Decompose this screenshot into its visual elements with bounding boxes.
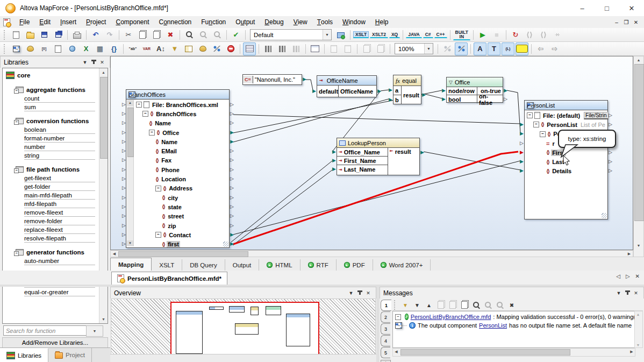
scroll-right-icon[interactable]: ▶ bbox=[626, 251, 633, 257]
filter-messages-icon[interactable]: ▼ bbox=[400, 300, 411, 310]
view-tab-rtf[interactable]: ▸RTF bbox=[300, 259, 337, 271]
input-connector[interactable]: ▶ bbox=[389, 88, 392, 93]
auto-connect-matching-children-icon[interactable] bbox=[243, 42, 256, 55]
insert-join-icon[interactable] bbox=[210, 42, 223, 55]
menu-file[interactable]: File bbox=[15, 16, 34, 28]
output-connector[interactable]: ▷ bbox=[609, 159, 612, 164]
branchoffices-node-city[interactable]: ⟨⟩city▷▷ bbox=[134, 193, 229, 202]
component-lookupperson-header[interactable]: LookupPerson bbox=[337, 138, 419, 148]
function-remove-fileext[interactable]: remove-fileext bbox=[24, 208, 95, 217]
output-connector[interactable]: ▷ bbox=[230, 195, 234, 200]
menu-edit[interactable]: Edit bbox=[34, 16, 55, 28]
input-last_name[interactable]: ⇥Last_Name▶ bbox=[337, 165, 388, 174]
input-bool[interactable]: bool▶ bbox=[447, 95, 477, 103]
scroll-left-icon[interactable]: ◀ bbox=[393, 349, 399, 355]
branchoffices-node-fax[interactable]: ⟨⟩Fax▷▷ bbox=[134, 156, 229, 165]
view-tab-output[interactable]: Output bbox=[225, 259, 260, 271]
output-connector[interactable]: ▷ bbox=[230, 214, 234, 219]
branchoffices-node-phone[interactable]: ⟨⟩Phone▷▷ bbox=[134, 165, 229, 174]
lang-java[interactable]: JAVA bbox=[406, 31, 421, 38]
tab-project[interactable]: Project bbox=[48, 348, 92, 362]
expander-icon[interactable]: − bbox=[533, 122, 539, 127]
branchoffices-node-location[interactable]: ⟨⟩Location▷▷ bbox=[134, 174, 229, 183]
input-connector[interactable]: ▷ bbox=[122, 232, 126, 237]
menu-project[interactable]: Project bbox=[81, 16, 111, 28]
branchoffices-node-state[interactable]: ⟨⟩state▷▷ bbox=[134, 202, 229, 211]
lang-xslt[interactable]: XSLT bbox=[353, 31, 369, 38]
mdi-restore-button[interactable]: ❐ bbox=[621, 19, 631, 25]
component-constant[interactable]: C= "Nanonull, Inc." ▶ bbox=[242, 74, 302, 85]
expander-icon[interactable]: − bbox=[527, 112, 533, 118]
output-connector[interactable]: ▶ bbox=[230, 130, 234, 135]
input-connector[interactable]: ▷ bbox=[122, 139, 126, 144]
lang-cpp[interactable]: C++ bbox=[434, 31, 447, 38]
input-connector[interactable]: ▶ bbox=[312, 89, 316, 94]
input-a[interactable]: a▶ bbox=[393, 86, 401, 95]
input-connector[interactable]: ▷ bbox=[122, 195, 126, 200]
input-connector[interactable]: ▶ bbox=[332, 150, 336, 154]
library-group-generator-functions[interactable]: generator functions bbox=[3, 248, 108, 257]
function-get-folder[interactable]: get-folder bbox=[24, 182, 95, 191]
scrollbar-thumb[interactable] bbox=[118, 251, 248, 257]
input-connector[interactable]: ▶ bbox=[442, 88, 446, 93]
input-connector[interactable]: ▶ bbox=[520, 132, 524, 137]
insert-xbrl-icon[interactable]: ▦ bbox=[94, 42, 106, 55]
library-group-aggregate-functions[interactable]: aggregate functions bbox=[3, 86, 108, 94]
paste-icon[interactable] bbox=[150, 29, 163, 41]
print-icon[interactable] bbox=[70, 29, 83, 41]
toolbar-grip[interactable] bbox=[4, 30, 8, 40]
pin-icon[interactable] bbox=[355, 290, 364, 296]
save-file-icon[interactable] bbox=[38, 29, 51, 41]
message-tab-5[interactable]: 5 bbox=[381, 347, 390, 358]
input-connector[interactable]: ▶ bbox=[520, 159, 524, 164]
branchoffices-node-branchoffices[interactable]: −⟨⟩BranchOffices▷▷ bbox=[134, 109, 229, 118]
scrollbar-thumb[interactable] bbox=[100, 77, 108, 159]
input-connector[interactable]: ▷ bbox=[122, 130, 126, 135]
scroll-left-icon[interactable]: ◀ bbox=[111, 251, 118, 257]
library-group-conversion-functions[interactable]: conversion functions bbox=[3, 117, 108, 125]
branchoffices-node-file-branchoffices-xml[interactable]: −File: BranchOffices.xml▷▷ bbox=[134, 100, 229, 109]
input-connector[interactable]: ▷ bbox=[122, 242, 126, 246]
branchoffices-node-name[interactable]: ⟨⟩Name▷▷ bbox=[134, 119, 229, 128]
pin-icon[interactable] bbox=[89, 60, 98, 65]
mdi-minimize-button[interactable]: – bbox=[612, 19, 621, 25]
input-connector[interactable]: ▷ bbox=[122, 158, 126, 163]
function-boolean[interactable]: boolean bbox=[24, 125, 95, 134]
input-connector[interactable]: ▷ bbox=[122, 223, 126, 228]
next-message-icon[interactable]: ▼ bbox=[412, 300, 423, 310]
connect-identical-names-icon[interactable] bbox=[276, 42, 289, 55]
component-lookupperson[interactable]: LookupPerson ⇥Office_Name▶⇥First_Name▶⇥L… bbox=[337, 138, 420, 175]
output-on-false[interactable]: on-false▷ bbox=[477, 95, 503, 103]
input-connector[interactable]: ▷ bbox=[122, 102, 126, 107]
output-connector[interactable]: ▶ bbox=[230, 242, 234, 246]
branchoffices-node-zip[interactable]: ⟨⟩zip▷▷ bbox=[134, 221, 229, 230]
personlist-node-personlist[interactable]: −⟨⟩PersonListList of Pe▶▷ bbox=[525, 120, 607, 129]
function-replace-fileext[interactable]: replace-fileext bbox=[24, 225, 95, 234]
output-connector[interactable]: ▷ bbox=[230, 186, 234, 191]
branchoffices-node-email[interactable]: ⟨⟩EMail▷▷ bbox=[134, 146, 229, 155]
tab-close-icon[interactable]: ✕ bbox=[635, 273, 640, 279]
messages-horizontal-scrollbar[interactable]: ◀ ▶ bbox=[392, 348, 635, 357]
scrollbar-thumb[interactable] bbox=[127, 108, 134, 157]
close-icon[interactable]: ✕ bbox=[632, 290, 640, 296]
output-result[interactable]: ⇤ result ▶ bbox=[388, 148, 419, 175]
output-connector[interactable]: ▷ bbox=[230, 158, 234, 163]
menu-tools[interactable]: Tools bbox=[312, 16, 338, 28]
canvas-vertical-scrollbar[interactable]: ▲ ▼ bbox=[633, 56, 644, 257]
back-icon[interactable]: ⇦ bbox=[534, 42, 547, 55]
input-connector[interactable]: ▷ bbox=[122, 176, 126, 181]
search-function-input[interactable] bbox=[3, 325, 87, 336]
new-file-icon[interactable] bbox=[10, 29, 23, 41]
output-connector[interactable]: ▷ bbox=[609, 169, 612, 174]
component-office-filter[interactable]: ▽ Office node/row▶on-true▶bool▶on-false▷ bbox=[446, 77, 503, 103]
insert-json-icon[interactable]: {} bbox=[108, 42, 120, 55]
menu-output[interactable]: Output bbox=[231, 16, 260, 28]
expander-icon[interactable]: − bbox=[136, 102, 142, 108]
output-connector[interactable]: ▷ bbox=[230, 176, 234, 181]
component-equal-header[interactable]: fx equal bbox=[393, 75, 421, 86]
close-icon[interactable]: ✕ bbox=[98, 60, 106, 65]
close-icon[interactable]: ✕ bbox=[364, 290, 373, 296]
scrollbar-thumb[interactable] bbox=[634, 64, 644, 221]
toolbar-grip[interactable] bbox=[394, 300, 398, 310]
run-mapping-icon[interactable]: ▶ bbox=[476, 29, 489, 41]
